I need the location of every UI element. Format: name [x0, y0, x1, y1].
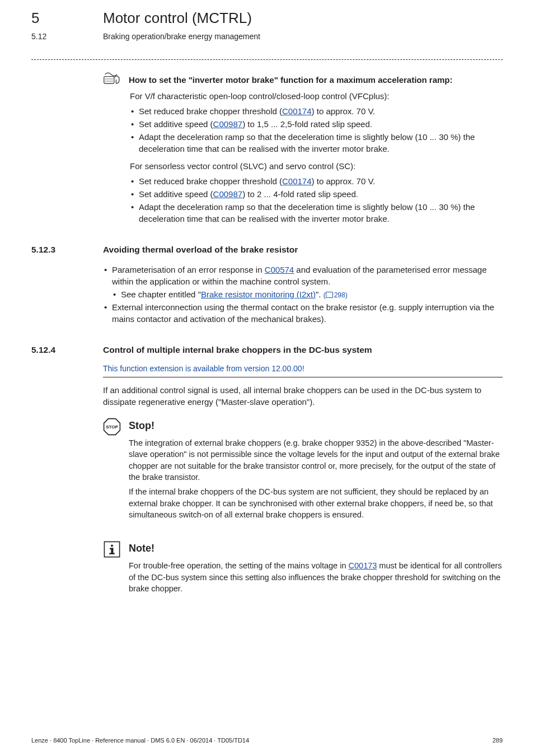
- chapter-number: 5: [31, 8, 82, 28]
- chapter-title: Motor control (MCTRL): [103, 8, 252, 28]
- stop-paragraph-2: If the internal brake choppers of the DC…: [129, 486, 503, 520]
- book-icon: [326, 292, 333, 298]
- section-5-12-3-title: Avoiding thermal overload of the brake r…: [103, 244, 298, 256]
- svg-text:STOP: STOP: [106, 424, 118, 430]
- section-5-12-4-num: 5.12.4: [31, 344, 103, 356]
- howto-group2-intro: For sensorless vector control (SLVC) and…: [130, 160, 503, 172]
- howto-group2-item1: Set reduced brake chopper threshold (C00…: [130, 175, 503, 187]
- section-5-12-3-heading: 5.12.3 Avoiding thermal overload of the …: [31, 244, 503, 256]
- sec5123-item2: External interconnection using the therm…: [103, 301, 503, 325]
- section-title: Braking operation/brake energy managemen…: [103, 31, 260, 43]
- howto-title: How to set the "inverter motor brake" fu…: [129, 72, 453, 86]
- section-5-12-3-num: 5.12.3: [31, 244, 103, 256]
- footer-page-number: 289: [493, 736, 503, 745]
- section-5-12-4-heading: 5.12.4 Control of multiple internal brak…: [31, 344, 503, 356]
- sec5123-item1-sub: See chapter entitled "Brake resistor mon…: [112, 288, 503, 300]
- link-c00174[interactable]: C00174: [282, 106, 312, 116]
- svg-rect-10: [109, 553, 115, 554]
- page-ref-298[interactable]: (298): [324, 291, 348, 299]
- howto-heading: How to set the "inverter motor brake" fu…: [103, 72, 503, 86]
- chapter-header: 5 Motor control (MCTRL): [31, 8, 503, 28]
- sec5124-intro: If an additional control signal is used,…: [103, 384, 503, 408]
- info-icon: [103, 540, 121, 558]
- howto-group1-intro: For V/f characteristic open-loop control…: [130, 90, 503, 102]
- link-c00987[interactable]: C00987: [213, 119, 243, 129]
- stop-paragraph-1: The integration of external brake choppe…: [129, 437, 503, 483]
- section-number: 5.12: [31, 31, 82, 43]
- svg-point-7: [111, 545, 113, 547]
- procedure-icon: [103, 72, 123, 86]
- link-c00174-b[interactable]: C00174: [282, 176, 312, 186]
- sec5123-item1: Parameterisation of an error response in…: [103, 264, 503, 300]
- howto-group1-item3: Adapt the deceleration ramp so that the …: [130, 131, 503, 155]
- stop-title: Stop!: [129, 419, 503, 433]
- howto-group2-item2: Set additive speed (C00987) to 2 ... 4-f…: [130, 188, 503, 200]
- page-footer: Lenze · 8400 TopLine · Reference manual …: [31, 736, 503, 745]
- link-c00574[interactable]: C00574: [265, 265, 294, 274]
- link-c00173[interactable]: C00173: [349, 561, 377, 570]
- divider-dashed: [31, 59, 503, 60]
- section-header: 5.12 Braking operation/brake energy mana…: [31, 31, 503, 43]
- note-paragraph: For trouble-free operation, the setting …: [129, 560, 503, 594]
- footer-left: Lenze · 8400 TopLine · Reference manual …: [31, 736, 249, 745]
- divider-solid: [103, 377, 503, 377]
- stop-icon: STOP: [103, 418, 121, 436]
- howto-group1-item1: Set reduced brake chopper threshold (C00…: [130, 105, 503, 117]
- stop-callout: STOP Stop! The integration of external b…: [103, 417, 503, 524]
- link-brake-resistor-monitoring[interactable]: Brake resistor monitoring (I2xt): [201, 290, 316, 299]
- section-5-12-4-title: Control of multiple internal brake chopp…: [103, 344, 372, 356]
- note-title: Note!: [129, 542, 503, 556]
- version-note: This function extension is available fro…: [103, 363, 503, 375]
- howto-group2-item3: Adapt the deceleration ramp so that the …: [130, 201, 503, 225]
- link-c00987-b[interactable]: C00987: [213, 189, 243, 199]
- howto-group1-item2: Set additive speed (C00987) to 1,5 ... 2…: [130, 118, 503, 130]
- note-callout: Note! For trouble-free operation, the se…: [103, 539, 503, 598]
